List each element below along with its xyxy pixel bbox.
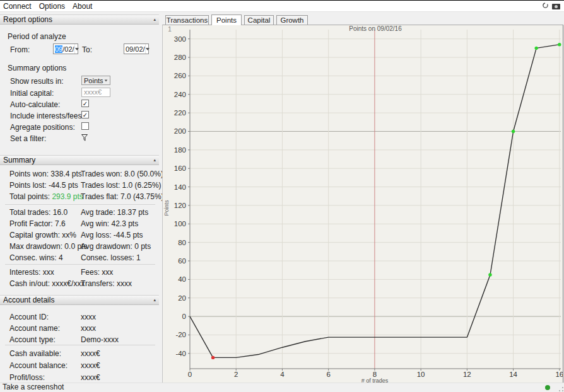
y-tick-label: 160: [174, 164, 186, 172]
filter-funnel-icon[interactable]: [81, 134, 88, 141]
data-point-marker: [488, 273, 491, 276]
summary-stat: Interests: xxx: [9, 268, 54, 277]
tab-capital[interactable]: Capital: [244, 15, 274, 25]
connection-status-icon: [545, 385, 550, 390]
tab-growth[interactable]: Growth: [276, 15, 308, 25]
y-tick-label: 120: [174, 202, 186, 209]
to-label: To:: [82, 45, 92, 54]
total-points-value: 293.9 pts: [52, 192, 83, 201]
account-value: xxxx€: [81, 349, 100, 358]
collapse-icon[interactable]: ▴: [153, 17, 156, 22]
account-details-title: Account details: [3, 296, 54, 304]
resize-grip-icon[interactable]: [559, 387, 563, 391]
menu-connect[interactable]: Connect: [0, 2, 35, 11]
show-results-dropdown[interactable]: Points: [81, 76, 110, 85]
from-date-input[interactable]: 09/02/: [53, 43, 78, 54]
divider: [5, 204, 155, 205]
account-label: Account ID:: [9, 313, 49, 321]
menu-bar: Connect Options About: [0, 1, 564, 12]
initial-capital-input[interactable]: xxxx€: [81, 88, 110, 97]
summary-stat: Avg loss: -44.5 pts: [81, 231, 143, 239]
x-tick-label: 16: [555, 371, 563, 378]
account-value: xxxx: [81, 324, 96, 333]
y-tick-label: 180: [174, 146, 186, 154]
x-tick-label: 10: [417, 371, 425, 378]
tab-points[interactable]: Points: [211, 14, 242, 25]
menu-options[interactable]: Options: [35, 2, 69, 11]
show-results-label: Show results in:: [10, 77, 64, 86]
collapse-icon[interactable]: ▴: [153, 158, 156, 163]
summary-stat: Capital growth: xx%: [9, 231, 76, 239]
camera-icon[interactable]: [552, 4, 560, 9]
y-axis-label: Points: [163, 200, 170, 216]
points-line-chart: -40-200204060801001201401601802002202402…: [163, 25, 563, 383]
y-tick-label: 220: [174, 109, 186, 117]
set-filter-label: Set a filter:: [10, 134, 46, 143]
menu-about[interactable]: About: [69, 2, 96, 11]
account-value: Demo-xxxx: [81, 335, 119, 344]
date-rest: /02/: [62, 45, 74, 53]
auto-calculate-label: Auto-calculate:: [10, 100, 60, 109]
summary-stat: Total trades: 16.0: [9, 208, 68, 217]
account-value: xxxx: [81, 313, 96, 321]
agregate-positions-label: Agregate positions:: [10, 123, 75, 132]
summary-header[interactable]: Summary ▴: [0, 155, 159, 165]
account-label: Account name:: [9, 324, 60, 333]
data-point-marker: [558, 43, 561, 46]
account-value: xxxx€: [81, 361, 100, 370]
agregate-positions-checkbox[interactable]: [81, 122, 89, 130]
include-fees-checkbox[interactable]: ✓: [81, 111, 89, 118]
account-label: Account type:: [9, 335, 56, 344]
summary-stat: Trades won: 8.0 (50.0%): [81, 170, 163, 178]
summary-stat: Transfers: xxxx: [81, 279, 132, 288]
chart-area: -40-200204060801001201401601802002202402…: [162, 25, 563, 384]
x-tick-label: 14: [509, 371, 517, 378]
y-tick-label: -20: [175, 331, 186, 338]
summary-stat: Cash in/out: xxxx€/xxx: [9, 279, 85, 288]
y-tick-label: 60: [178, 257, 186, 265]
y-tick-label: 0: [182, 313, 186, 320]
chart-title: Points on 09/02/16: [349, 25, 402, 32]
y-tick-label: 240: [174, 91, 186, 98]
summary-stat: Consec. losses: 1: [81, 253, 141, 262]
include-fees-label: Include interests/fees:: [10, 112, 84, 120]
to-date-input[interactable]: 09/02/: [124, 43, 149, 54]
summary-title: Summary: [3, 156, 35, 164]
summary-stat: Fees: xxx: [81, 268, 113, 277]
tab-transactions[interactable]: Transactions: [165, 15, 209, 25]
summary-stat: Trades flat: 7.0 (43.75%): [81, 192, 164, 201]
app-window: Connect Options About Report options ▴ P…: [0, 0, 564, 392]
date-value: 09/02/: [126, 45, 145, 53]
corner-label: 1: [168, 26, 172, 33]
dropdown-value: Points: [84, 77, 103, 84]
y-tick-label: 260: [174, 72, 186, 79]
from-label: From:: [10, 45, 30, 54]
summary-stat: Consec. wins: 4: [9, 253, 63, 262]
chevron-down-icon[interactable]: [145, 44, 150, 54]
take-screenshot-label[interactable]: Take a screenshot: [3, 383, 64, 391]
account-label: Cash available:: [9, 349, 61, 358]
refresh-icon[interactable]: [542, 2, 549, 11]
summary-options-label: Summary options: [8, 64, 66, 72]
summary-stat: Points lost: -44.5 pts: [9, 181, 78, 190]
divider: [5, 345, 155, 345]
account-details-header[interactable]: Account details ▴: [0, 295, 159, 305]
collapse-icon[interactable]: ▴: [153, 297, 156, 303]
report-options-header[interactable]: Report options ▴: [0, 14, 159, 25]
report-options-title: Report options: [3, 15, 52, 24]
x-tick-label: 2: [234, 371, 238, 378]
x-tick-label: 6: [326, 371, 330, 378]
chevron-down-icon: [105, 79, 108, 81]
summary-stat: Max drawdown: 0.0 pts: [9, 242, 87, 251]
y-tick-label: 100: [174, 220, 186, 228]
auto-calculate-checkbox[interactable]: ✓: [81, 100, 89, 107]
chevron-down-icon[interactable]: [74, 44, 79, 54]
x-tick-label: 12: [463, 371, 471, 378]
y-tick-label: 40: [178, 275, 186, 283]
summary-stat: Profit Factor: 7.6: [9, 219, 66, 228]
menu-icon-group: [542, 2, 560, 11]
summary-stat-total-points: Total points: 293.9 pts: [9, 192, 83, 201]
y-tick-label: 200: [174, 127, 186, 135]
summary-stat: Avg drawdown: 0 pts: [81, 242, 151, 251]
data-point-marker: [211, 356, 214, 359]
